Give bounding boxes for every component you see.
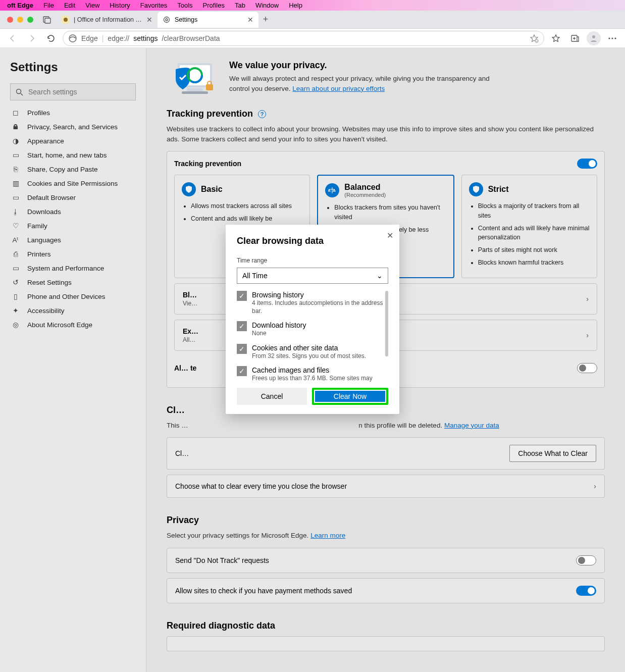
menu-help[interactable]: Help xyxy=(284,2,307,9)
macos-menubar: oft Edge File Edit View History Favorite… xyxy=(0,0,625,11)
new-tab-button[interactable]: + xyxy=(258,14,273,25)
menu-profiles[interactable]: Profiles xyxy=(198,2,230,9)
close-tab-icon[interactable]: ✕ xyxy=(247,16,253,24)
chevron-down-icon: ⌄ xyxy=(377,272,383,280)
privacy-efforts-link[interactable]: Learn about our privacy efforts xyxy=(292,85,385,92)
sidebar-item-cookies[interactable]: ▥Cookies and Site Permissions xyxy=(10,176,136,190)
sidebar-item-appearance[interactable]: ◑Appearance xyxy=(10,134,136,148)
search-icon xyxy=(16,88,23,96)
sidebar-item-about[interactable]: ◎About Microsoft Edge xyxy=(10,318,136,332)
check-cache[interactable]: ✓ Cached images and filesFrees up less t… xyxy=(237,366,384,382)
choose-what-to-clear-button[interactable]: Choose What to Clear xyxy=(509,445,596,462)
profile-avatar[interactable] xyxy=(587,31,601,45)
hero-title: We value your privacy. xyxy=(229,60,492,71)
sidebar-item-privacy[interactable]: 🔒︎Privacy, Search, and Services xyxy=(10,120,136,134)
printer-icon: ⎙ xyxy=(11,250,20,258)
sidebar-item-system[interactable]: ▭System and Performance xyxy=(10,261,136,275)
checkbox-checked-icon[interactable]: ✓ xyxy=(237,366,247,376)
check-cookies[interactable]: ✓ Cookies and other site dataFrom 32 sit… xyxy=(237,344,384,360)
reload-button[interactable] xyxy=(43,31,59,46)
menu-history[interactable]: History xyxy=(105,2,135,9)
sidebar-item-languages[interactable]: AᵗLanguages xyxy=(10,233,136,247)
cancel-button[interactable]: Cancel xyxy=(237,388,307,405)
reset-icon: ↺ xyxy=(11,278,20,286)
always-strict-toggle[interactable] xyxy=(577,363,597,373)
shield-icon xyxy=(182,182,196,196)
tab-icon: ▭ xyxy=(11,151,20,159)
minimize-window-button[interactable] xyxy=(17,17,23,23)
language-icon: Aᵗ xyxy=(11,236,20,244)
back-button[interactable] xyxy=(5,31,20,46)
chevron-right-icon: › xyxy=(586,295,589,303)
sidebar-item-downloads[interactable]: ⭳Downloads xyxy=(10,204,136,219)
menu-window[interactable]: Window xyxy=(250,2,284,9)
check-browsing-history[interactable]: ✓ Browsing history4 items. Includes auto… xyxy=(237,291,384,315)
svg-point-4 xyxy=(164,17,170,22)
phone-icon: ▯ xyxy=(11,292,20,300)
forward-button[interactable] xyxy=(24,31,39,46)
sidebar-item-profiles[interactable]: ◻Profiles xyxy=(10,106,136,120)
checkbox-checked-icon[interactable]: ✓ xyxy=(237,344,247,354)
app-name[interactable]: oft Edge xyxy=(2,2,38,9)
payment-toggle[interactable] xyxy=(576,586,596,596)
tab-settings[interactable]: Settings ✕ xyxy=(158,12,258,28)
clear-now-button[interactable]: Clear Now xyxy=(315,391,385,402)
page-title: Settings xyxy=(10,60,136,74)
sidebar-item-start[interactable]: ▭Start, home, and new tabs xyxy=(10,148,136,162)
share-icon: ⎘ xyxy=(11,166,20,173)
clear-now-highlight: Clear Now xyxy=(312,388,388,405)
tab-office-it[interactable]: | Office of Information Technol… ✕ xyxy=(57,12,158,28)
time-range-select[interactable]: All Time ⌄ xyxy=(237,268,388,284)
svg-point-12 xyxy=(611,37,613,39)
dnt-toggle[interactable] xyxy=(576,555,596,565)
svg-point-11 xyxy=(608,37,610,39)
menu-favorites[interactable]: Favorites xyxy=(135,2,172,9)
tab-strip: | Office of Information Technol… ✕ Setti… xyxy=(0,11,625,29)
address-bar[interactable]: Edge | edge://settings/clearBrowserData … xyxy=(63,31,544,46)
more-menu-button[interactable] xyxy=(605,31,620,46)
learn-more-link[interactable]: Learn more xyxy=(310,532,345,539)
sidebar-item-reset[interactable]: ↺Reset Settings xyxy=(10,275,136,289)
tracking-toggle[interactable] xyxy=(577,159,597,169)
svg-point-10 xyxy=(592,35,595,38)
search-settings-input[interactable] xyxy=(10,83,136,100)
close-dialog-button[interactable]: ✕ xyxy=(387,231,393,240)
maximize-window-button[interactable] xyxy=(27,17,33,23)
clear-description: This … n this profile will be deleted. M… xyxy=(167,421,605,431)
collections-button[interactable] xyxy=(567,31,583,46)
close-window-button[interactable] xyxy=(7,17,13,23)
checkbox-checked-icon[interactable]: ✓ xyxy=(237,291,247,301)
checkbox-checked-icon[interactable]: ✓ xyxy=(237,321,247,331)
row-clear-on-close[interactable]: Choose what to clear every time you clos… xyxy=(167,475,605,498)
svg-point-6 xyxy=(69,35,76,42)
svg-rect-1 xyxy=(45,18,50,23)
sidebar-item-family[interactable]: ♡Family xyxy=(10,219,136,233)
check-download-history[interactable]: ✓ Download historyNone xyxy=(237,321,384,337)
menu-tab[interactable]: Tab xyxy=(230,2,250,9)
favorites-button[interactable] xyxy=(548,31,563,46)
row-diagnostic[interactable] xyxy=(167,636,605,651)
menu-file[interactable]: File xyxy=(38,2,59,9)
tab-title: Settings xyxy=(175,16,243,23)
sidebar-item-phone[interactable]: ▯Phone and Other Devices xyxy=(10,289,136,303)
manage-data-link[interactable]: Manage your data xyxy=(444,422,499,429)
hero-body: We will always protect and respect your … xyxy=(229,74,492,93)
help-icon[interactable]: ? xyxy=(258,110,266,118)
favorite-star-icon[interactable]: + xyxy=(530,34,539,43)
edge-logo-icon xyxy=(68,34,77,43)
sidebar-item-default-browser[interactable]: ▭Default Browser xyxy=(10,190,136,204)
menu-edit[interactable]: Edit xyxy=(59,2,80,9)
sidebar-item-printers[interactable]: ⎙Printers xyxy=(10,247,136,261)
sidebar-item-share[interactable]: ⎘Share, Copy and Paste xyxy=(10,162,136,176)
accessibility-icon: ✦ xyxy=(11,306,20,315)
search-field[interactable] xyxy=(28,88,130,96)
tab-actions-button[interactable] xyxy=(40,13,54,26)
sidebar-item-accessibility[interactable]: ✦Accessibility xyxy=(10,303,136,318)
section-tracking-prevention: Tracking prevention ? xyxy=(167,109,605,119)
section-privacy: Privacy xyxy=(167,515,605,526)
menu-tools[interactable]: Tools xyxy=(172,2,197,9)
close-tab-icon[interactable]: ✕ xyxy=(146,16,152,24)
menu-view[interactable]: View xyxy=(80,2,105,9)
card-strict[interactable]: Strict Blocks a majority of trackers fro… xyxy=(461,175,597,278)
tracking-description: Websites use trackers to collect info ab… xyxy=(167,124,605,144)
